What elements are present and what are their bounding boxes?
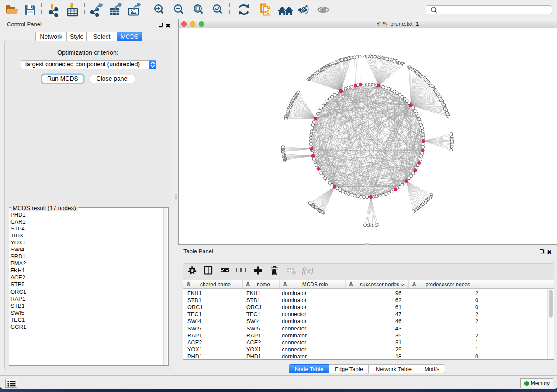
svg-text:MCDS role: MCDS role — [302, 282, 328, 288]
svg-text:predecessor nodes: predecessor nodes — [426, 282, 470, 288]
svg-text:successor nodes: successor nodes — [360, 282, 399, 288]
svg-text:name: name — [257, 282, 270, 288]
svg-text:f(x): f(x) — [302, 266, 313, 275]
svg-text:shared name: shared name — [200, 282, 231, 288]
